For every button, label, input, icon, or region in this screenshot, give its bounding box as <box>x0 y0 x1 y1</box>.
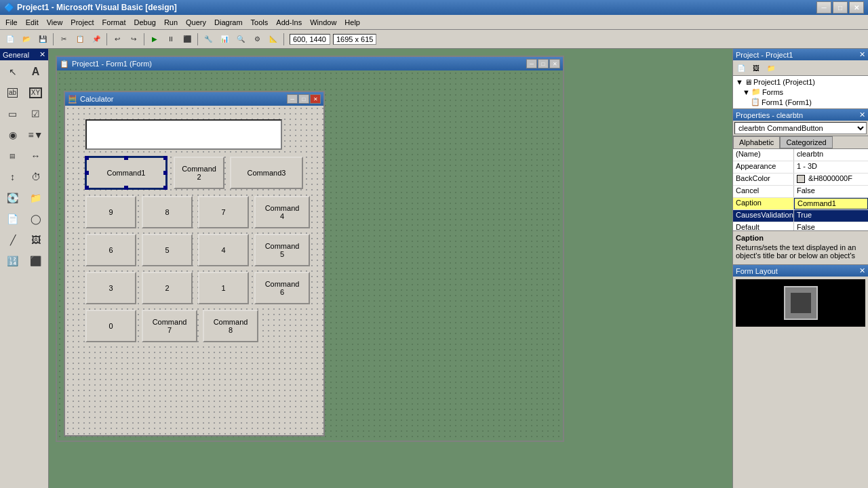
tool-ole[interactable]: ⬛ <box>24 251 47 271</box>
btn-3[interactable]: 3 <box>85 272 136 304</box>
toolbar-btn6[interactable]: 📊 <box>217 32 232 47</box>
tool-combo[interactable]: ≡▼ <box>24 125 47 145</box>
props-description: Caption Returns/sets the text displayed … <box>733 230 868 264</box>
btn-9[interactable]: 9 <box>85 196 136 228</box>
tool-commandbutton[interactable]: ▭ <box>1 104 24 124</box>
tool-drivelist[interactable]: 💽 <box>1 188 24 208</box>
tool-shape[interactable]: ◯ <box>24 209 47 229</box>
command7-button[interactable]: Command 7 <box>142 310 197 342</box>
command1-button[interactable]: Command1 <box>85 157 167 189</box>
form-maximize[interactable]: □ <box>538 59 549 68</box>
menu-help[interactable]: Help <box>340 17 364 28</box>
toolbar-paste[interactable]: 📌 <box>89 32 104 47</box>
props-row-backcolor[interactable]: BackColor &H8000000F <box>733 174 868 186</box>
tool-line[interactable]: ╱ <box>1 230 24 250</box>
toolbar-run[interactable]: ▶ <box>147 32 162 47</box>
toolbar-btn7[interactable]: 🔍 <box>233 32 248 47</box>
tool-image[interactable]: 🖼 <box>24 230 47 250</box>
props-row-appearance[interactable]: Appearance 1 - 3D <box>733 161 868 174</box>
menu-format[interactable]: Format <box>98 17 130 28</box>
props-val-caption[interactable]: Command1 <box>794 198 868 209</box>
tool-frame[interactable]: XY <box>24 83 47 103</box>
tool-vscroll[interactable]: ↕ <box>1 167 24 187</box>
menu-window[interactable]: Window <box>306 17 340 28</box>
props-row-name[interactable]: (Name) clearbtn <box>733 149 868 161</box>
menu-view[interactable]: View <box>43 17 67 28</box>
tool-dirlist[interactable]: 📁 <box>24 188 47 208</box>
btn-6[interactable]: 6 <box>85 234 136 266</box>
props-row-causesvalidation[interactable]: CausesValidation True <box>733 210 868 222</box>
form-close[interactable]: ✕ <box>549 59 560 68</box>
toolbar-cut[interactable]: ✂ <box>56 32 71 47</box>
command5-button[interactable]: Command 5 <box>254 234 310 266</box>
props-row-caption[interactable]: Caption Command1 <box>733 198 868 210</box>
btn-0[interactable]: 0 <box>85 310 136 342</box>
menu-run[interactable]: Run <box>160 17 182 28</box>
calc-minimize[interactable]: ─ <box>287 94 298 104</box>
command2-button[interactable]: Command 2 <box>174 157 224 189</box>
menu-tools[interactable]: Tools <box>247 17 273 28</box>
toolbar-save[interactable]: 💾 <box>35 32 50 47</box>
command4-button[interactable]: Command 4 <box>254 196 310 228</box>
toolbar-btn5[interactable]: 🔧 <box>201 32 216 47</box>
btn-2[interactable]: 2 <box>142 272 193 304</box>
tab-alphabetic[interactable]: Alphabetic <box>733 136 780 148</box>
toolbar-open[interactable]: 📂 <box>19 32 34 47</box>
toolbar-pause[interactable]: ⏸ <box>163 32 178 47</box>
toolbar-btn9[interactable]: 📐 <box>266 32 281 47</box>
tool-label[interactable]: A <box>24 62 47 82</box>
menu-addins[interactable]: Add-Ins <box>272 17 306 28</box>
tool-data[interactable]: 🔢 <box>1 251 24 271</box>
command8-button[interactable]: Command 8 <box>203 310 258 342</box>
btn-4[interactable]: 4 <box>198 234 249 266</box>
tool-listbox[interactable]: ▤ <box>1 146 24 166</box>
btn-8[interactable]: 8 <box>142 196 193 228</box>
menu-query[interactable]: Query <box>182 17 210 28</box>
tree-forms[interactable]: ▼ 📁 Forms <box>734 87 867 97</box>
tool-textbox[interactable]: ab <box>1 83 24 103</box>
props-object-select[interactable]: clearbtn CommandButton <box>734 122 867 134</box>
tool-filelist[interactable]: 📄 <box>1 209 24 229</box>
btn-5[interactable]: 5 <box>142 234 193 266</box>
project-toggle-folders[interactable]: 📁 <box>764 62 778 74</box>
menu-debug[interactable]: Debug <box>130 17 159 28</box>
menu-diagram[interactable]: Diagram <box>210 17 247 28</box>
tool-radio[interactable]: ◉ <box>1 125 24 145</box>
project-close-icon[interactable]: ✕ <box>859 50 865 59</box>
tool-checkbox[interactable]: ☑ <box>24 104 47 124</box>
tab-categorized[interactable]: Categorized <box>780 136 832 148</box>
toolbox-close-icon[interactable]: ✕ <box>39 50 45 59</box>
calc-maximize[interactable]: □ <box>298 94 309 104</box>
tool-timer[interactable]: ⏱ <box>24 167 47 187</box>
toolbar-undo[interactable]: ↩ <box>110 32 125 47</box>
tool-hscroll[interactable]: ↔ <box>24 146 47 166</box>
toolbar-copy[interactable]: 📋 <box>73 32 87 47</box>
command3-button[interactable]: Command3 <box>230 157 303 189</box>
btn-1[interactable]: 1 <box>198 272 249 304</box>
tool-pointer[interactable]: ↖ <box>1 62 24 82</box>
checkbox-icon: ☑ <box>31 109 40 119</box>
project-view-object[interactable]: 🖼 <box>749 62 763 74</box>
menu-edit[interactable]: Edit <box>22 17 43 28</box>
project-view-code[interactable]: 📄 <box>734 62 748 74</box>
calc-close[interactable]: ✕ <box>310 94 321 104</box>
tree-form1[interactable]: 📋 Form1 (Form1) <box>734 97 867 107</box>
btn-7[interactable]: 7 <box>198 196 249 228</box>
formlayout-form-preview <box>784 286 818 320</box>
toolbar-redo[interactable]: ↪ <box>126 32 141 47</box>
menu-project[interactable]: Project <box>66 17 98 28</box>
toolbar-btn8[interactable]: ⚙ <box>250 32 264 47</box>
menu-file[interactable]: File <box>1 17 22 28</box>
tree-project[interactable]: ▼ 🖥 Project1 (Project1) <box>734 77 867 87</box>
formlayout-close-icon[interactable]: ✕ <box>859 266 865 275</box>
form-minimize[interactable]: ─ <box>526 59 537 68</box>
maximize-button[interactable]: □ <box>833 1 848 14</box>
close-button[interactable]: ✕ <box>849 1 864 14</box>
props-row-default[interactable]: Default False <box>733 222 868 230</box>
toolbar-stop[interactable]: ⬛ <box>180 32 195 47</box>
toolbar-new[interactable]: 📄 <box>3 32 18 47</box>
minimize-button[interactable]: ─ <box>816 1 831 14</box>
props-close-icon[interactable]: ✕ <box>859 110 865 119</box>
props-row-cancel[interactable]: Cancel False <box>733 186 868 198</box>
command6-button[interactable]: Command 6 <box>254 272 310 304</box>
